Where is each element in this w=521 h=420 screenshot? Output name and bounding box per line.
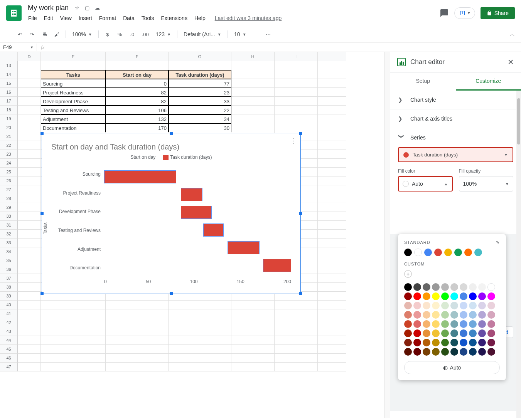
cell[interactable] <box>231 88 275 97</box>
row-header[interactable]: 34 <box>0 247 18 256</box>
row-header[interactable]: 33 <box>0 239 18 247</box>
cell[interactable]: 82 <box>106 97 169 106</box>
color-swatch[interactable] <box>413 329 421 337</box>
color-swatch[interactable] <box>441 348 449 356</box>
section-legend[interactable]: ❯Legend <box>390 411 521 418</box>
color-swatch[interactable] <box>423 283 430 291</box>
cell[interactable] <box>18 265 41 274</box>
auto-color-button[interactable]: ◐ Auto <box>404 361 500 374</box>
cell[interactable] <box>106 309 169 318</box>
cell[interactable] <box>231 336 275 345</box>
color-swatch[interactable] <box>432 339 440 346</box>
row-header[interactable]: 46 <box>0 354 18 363</box>
cell[interactable] <box>318 283 346 292</box>
cell[interactable] <box>18 247 41 256</box>
color-swatch[interactable] <box>404 329 412 337</box>
chart-bar[interactable] <box>181 188 202 201</box>
cell[interactable] <box>18 168 41 176</box>
color-swatch[interactable] <box>469 292 477 300</box>
cell[interactable] <box>41 318 106 327</box>
menu-tools[interactable]: Tools <box>139 13 157 23</box>
cell[interactable] <box>106 345 169 354</box>
cell[interactable] <box>318 185 346 194</box>
decrease-decimal-icon[interactable]: .0 <box>127 29 137 40</box>
menu-format[interactable]: Format <box>96 13 119 23</box>
column-header[interactable]: H <box>231 52 275 61</box>
cell[interactable] <box>318 247 346 256</box>
cell[interactable]: Development Phase <box>41 97 106 106</box>
document-title[interactable]: My work plan <box>25 3 71 13</box>
cell[interactable] <box>318 336 346 345</box>
color-swatch[interactable] <box>423 329 430 337</box>
cell[interactable] <box>18 230 41 239</box>
row-header[interactable]: 26 <box>0 176 18 185</box>
cell[interactable] <box>318 97 346 106</box>
more-icon[interactable]: ⋯ <box>263 29 273 40</box>
menu-file[interactable]: File <box>25 13 40 23</box>
cell[interactable] <box>275 318 318 327</box>
color-swatch[interactable] <box>450 311 458 319</box>
resize-handle[interactable] <box>40 132 44 135</box>
section-series[interactable]: ❯Series <box>390 128 521 147</box>
row-header[interactable]: 38 <box>0 283 18 292</box>
menu-help[interactable]: Help <box>192 13 208 23</box>
cell[interactable] <box>318 114 346 123</box>
cell[interactable] <box>318 274 346 283</box>
color-swatch[interactable] <box>478 292 486 300</box>
cell[interactable] <box>18 354 41 363</box>
collapse-toolbar-icon[interactable]: ︿ <box>510 31 515 38</box>
row-header[interactable]: 41 <box>0 309 18 318</box>
cloud-status-icon[interactable]: ☁ <box>95 5 100 11</box>
cell[interactable] <box>18 185 41 194</box>
section-chart-style[interactable]: ❯Chart style <box>390 91 521 109</box>
color-swatch[interactable] <box>432 283 440 291</box>
font-size-select[interactable]: 10▼ <box>232 30 255 39</box>
cell[interactable] <box>275 114 318 123</box>
row-header[interactable]: 42 <box>0 318 18 327</box>
color-swatch[interactable] <box>460 302 467 309</box>
color-swatch[interactable] <box>432 292 440 300</box>
cell[interactable] <box>275 309 318 318</box>
color-swatch[interactable] <box>423 292 430 300</box>
cell[interactable] <box>318 309 346 318</box>
row-header[interactable]: 28 <box>0 194 18 203</box>
row-header[interactable]: 18 <box>0 106 18 114</box>
row-header[interactable]: 17 <box>0 97 18 106</box>
color-swatch[interactable] <box>450 329 458 337</box>
paint-format-icon[interactable]: 🖌 <box>52 29 62 40</box>
color-swatch[interactable] <box>432 348 440 356</box>
cell[interactable]: 22 <box>169 106 231 114</box>
comments-icon[interactable] <box>440 8 449 18</box>
column-header[interactable] <box>0 52 18 61</box>
cell[interactable] <box>18 176 41 185</box>
cell[interactable] <box>231 79 275 88</box>
cell[interactable] <box>275 354 318 363</box>
cell[interactable] <box>18 114 41 123</box>
color-swatch[interactable] <box>460 329 467 337</box>
row-header[interactable]: 13 <box>0 61 18 70</box>
cell[interactable] <box>41 61 106 70</box>
cell[interactable] <box>318 221 346 230</box>
increase-decimal-icon[interactable]: .00 <box>140 29 151 40</box>
color-swatch[interactable] <box>450 283 458 291</box>
cell[interactable] <box>18 336 41 345</box>
cell[interactable] <box>231 354 275 363</box>
cell[interactable] <box>275 88 318 97</box>
cell[interactable]: Documentation <box>41 123 106 132</box>
color-swatch[interactable] <box>441 283 449 291</box>
color-swatch[interactable] <box>478 329 486 337</box>
cell[interactable] <box>41 336 106 345</box>
tab-customize[interactable]: Customize <box>456 72 521 91</box>
color-swatch[interactable] <box>450 339 458 346</box>
color-swatch[interactable] <box>414 249 422 256</box>
column-header[interactable] <box>318 52 346 61</box>
cell[interactable] <box>318 106 346 114</box>
cell[interactable] <box>41 363 106 371</box>
color-swatch[interactable] <box>441 292 449 300</box>
color-swatch[interactable] <box>487 320 495 328</box>
fill-color-dropdown[interactable]: Auto ▲ <box>398 176 453 192</box>
cell[interactable] <box>318 203 346 212</box>
add-custom-color[interactable]: + <box>404 270 412 278</box>
color-swatch[interactable] <box>474 249 482 256</box>
color-swatch[interactable] <box>460 283 467 291</box>
